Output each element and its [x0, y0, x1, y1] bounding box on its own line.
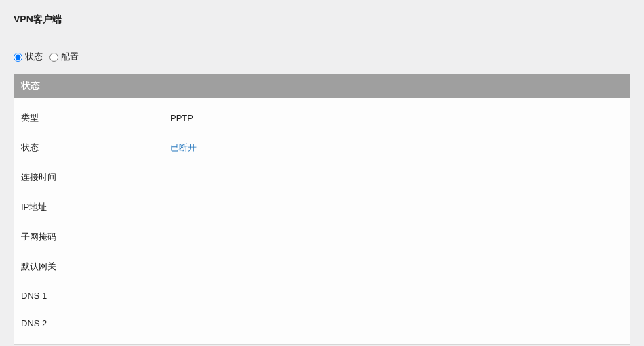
row-dns1: DNS 1 — [21, 282, 623, 309]
row-type-label: 类型 — [21, 112, 170, 124]
row-type-value: PPTP — [170, 113, 193, 123]
row-subnet-mask-label: 子网掩码 — [21, 231, 170, 243]
row-status-label: 状态 — [21, 142, 170, 154]
row-dns2-label: DNS 2 — [21, 318, 170, 328]
row-connect-time: 连接时间 — [21, 163, 623, 192]
row-default-gateway-label: 默认网关 — [21, 261, 170, 273]
tab-configure-label: 配置 — [61, 51, 79, 63]
row-subnet-mask: 子网掩码 — [21, 222, 623, 252]
tab-configure-radio[interactable] — [49, 53, 58, 62]
tab-status-label: 状态 — [25, 51, 43, 63]
page-title: VPN客户端 — [14, 14, 630, 33]
tab-status-radio[interactable] — [14, 53, 22, 62]
row-status-value: 已断开 — [170, 142, 197, 154]
row-connect-time-label: 连接时间 — [21, 171, 170, 183]
row-dns2: DNS 2 — [21, 309, 623, 337]
row-dns1-label: DNS 1 — [21, 290, 170, 301]
row-ip-address-label: IP地址 — [21, 201, 170, 213]
status-panel: 状态 类型 PPTP 状态 已断开 连接时间 IP地址 子网掩码 默认网关 DN… — [14, 74, 630, 345]
tab-radio-group: 状态 配置 — [14, 51, 630, 63]
panel-body: 类型 PPTP 状态 已断开 连接时间 IP地址 子网掩码 默认网关 DNS 1 — [14, 98, 630, 344]
row-ip-address: IP地址 — [21, 192, 623, 222]
tab-configure[interactable]: 配置 — [49, 51, 79, 63]
row-default-gateway: 默认网关 — [21, 252, 623, 282]
panel-header: 状态 — [14, 74, 630, 98]
row-type: 类型 PPTP — [21, 103, 623, 133]
tab-status[interactable]: 状态 — [14, 51, 43, 63]
row-status: 状态 已断开 — [21, 133, 623, 163]
